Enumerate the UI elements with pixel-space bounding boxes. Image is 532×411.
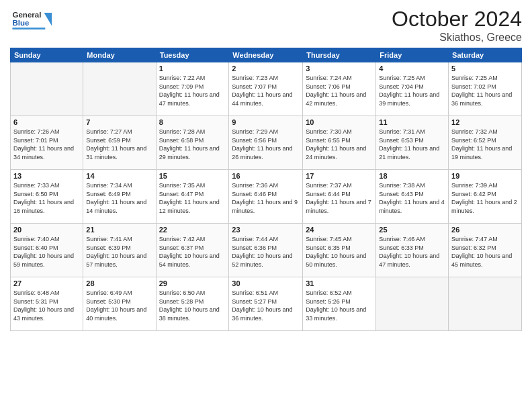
- header-thursday: Thursday: [303, 48, 376, 62]
- day-info: Sunrise: 7:34 AMSunset: 6:49 PMDaylight:…: [86, 181, 152, 215]
- svg-marker-2: [44, 13, 52, 26]
- day-number: 12: [451, 118, 519, 126]
- day-number: 17: [306, 172, 373, 180]
- day-number: 3: [306, 64, 373, 73]
- cell-w5-d4: 30Sunrise: 6:51 AMSunset: 5:27 PMDayligh…: [229, 277, 303, 331]
- week-row-4: 20Sunrise: 7:40 AMSunset: 6:40 PMDayligh…: [11, 224, 522, 277]
- logo-svg: General Blue: [10, 7, 57, 34]
- day-number: 6: [13, 118, 80, 126]
- day-info: Sunrise: 7:42 AMSunset: 6:37 PMDaylight:…: [159, 235, 226, 269]
- day-info: Sunrise: 7:29 AMSunset: 6:56 PMDaylight:…: [232, 128, 300, 161]
- cell-w5-d7: [449, 277, 522, 331]
- day-info: Sunrise: 7:37 AMSunset: 6:44 PMDaylight:…: [306, 181, 373, 215]
- day-info: Sunrise: 6:50 AMSunset: 5:28 PMDaylight:…: [159, 289, 226, 322]
- day-info: Sunrise: 6:52 AMSunset: 5:26 PMDaylight:…: [306, 289, 373, 322]
- title-block: October 2024 Skiathos, Greece: [392, 7, 522, 44]
- day-info: Sunrise: 7:27 AMSunset: 6:59 PMDaylight:…: [86, 128, 152, 161]
- week-row-2: 6Sunrise: 7:26 AMSunset: 7:01 PMDaylight…: [11, 116, 522, 170]
- page: General Blue October 2024 Skiathos, Gree…: [0, 0, 532, 411]
- cell-w3-d3: 15Sunrise: 7:35 AMSunset: 6:47 PMDayligh…: [156, 170, 229, 224]
- cell-w2-d7: 12Sunrise: 7:32 AMSunset: 6:52 PMDayligh…: [449, 116, 522, 170]
- day-info: Sunrise: 7:28 AMSunset: 6:58 PMDaylight:…: [159, 128, 226, 161]
- day-info: Sunrise: 7:41 AMSunset: 6:39 PMDaylight:…: [86, 235, 152, 269]
- day-number: 4: [379, 64, 445, 73]
- cell-w1-d2: [83, 62, 156, 116]
- header-friday: Friday: [376, 48, 449, 62]
- cell-w4-d6: 25Sunrise: 7:46 AMSunset: 6:33 PMDayligh…: [376, 224, 449, 277]
- day-info: Sunrise: 7:25 AMSunset: 7:04 PMDaylight:…: [379, 74, 445, 107]
- month-title: October 2024: [392, 7, 522, 32]
- day-number: 1: [159, 64, 226, 73]
- cell-w1-d6: 4Sunrise: 7:25 AMSunset: 7:04 PMDaylight…: [376, 62, 449, 116]
- day-info: Sunrise: 7:40 AMSunset: 6:40 PMDaylight:…: [13, 235, 80, 269]
- cell-w4-d4: 23Sunrise: 7:44 AMSunset: 6:36 PMDayligh…: [229, 224, 303, 277]
- cell-w4-d3: 22Sunrise: 7:42 AMSunset: 6:37 PMDayligh…: [156, 224, 229, 277]
- cell-w3-d4: 16Sunrise: 7:36 AMSunset: 6:46 PMDayligh…: [229, 170, 303, 224]
- cell-w3-d7: 19Sunrise: 7:39 AMSunset: 6:42 PMDayligh…: [449, 170, 522, 224]
- day-number: 11: [379, 118, 445, 126]
- day-info: Sunrise: 7:38 AMSunset: 6:43 PMDaylight:…: [379, 181, 445, 215]
- day-number: 24: [306, 226, 373, 234]
- svg-rect-3: [12, 28, 45, 30]
- cell-w2-d6: 11Sunrise: 7:31 AMSunset: 6:53 PMDayligh…: [376, 116, 449, 170]
- header: General Blue October 2024 Skiathos, Gree…: [10, 7, 522, 44]
- day-info: Sunrise: 7:35 AMSunset: 6:47 PMDaylight:…: [159, 181, 226, 215]
- day-number: 18: [379, 172, 445, 180]
- cell-w2-d1: 6Sunrise: 7:26 AMSunset: 7:01 PMDaylight…: [11, 116, 83, 170]
- day-number: 13: [13, 172, 80, 180]
- day-number: 8: [159, 118, 226, 126]
- week-row-1: 1Sunrise: 7:22 AMSunset: 7:09 PMDaylight…: [11, 62, 522, 116]
- calendar-table: Sunday Monday Tuesday Wednesday Thursday…: [10, 48, 522, 331]
- day-number: 21: [86, 226, 152, 234]
- day-info: Sunrise: 7:44 AMSunset: 6:36 PMDaylight:…: [232, 235, 300, 269]
- day-info: Sunrise: 7:30 AMSunset: 6:55 PMDaylight:…: [306, 128, 373, 161]
- day-number: 2: [232, 64, 300, 73]
- day-info: Sunrise: 7:25 AMSunset: 7:02 PMDaylight:…: [451, 74, 519, 107]
- day-number: 22: [159, 226, 226, 234]
- cell-w1-d5: 3Sunrise: 7:24 AMSunset: 7:06 PMDaylight…: [303, 62, 376, 116]
- cell-w4-d5: 24Sunrise: 7:45 AMSunset: 6:35 PMDayligh…: [303, 224, 376, 277]
- day-number: 20: [13, 226, 80, 234]
- cell-w3-d5: 17Sunrise: 7:37 AMSunset: 6:44 PMDayligh…: [303, 170, 376, 224]
- day-number: 15: [159, 172, 226, 180]
- day-number: 30: [232, 279, 300, 287]
- day-number: 28: [86, 279, 152, 287]
- day-info: Sunrise: 7:39 AMSunset: 6:42 PMDaylight:…: [451, 181, 519, 215]
- day-info: Sunrise: 7:36 AMSunset: 6:46 PMDaylight:…: [232, 181, 300, 215]
- cell-w3-d2: 14Sunrise: 7:34 AMSunset: 6:49 PMDayligh…: [83, 170, 156, 224]
- day-number: 7: [86, 118, 152, 126]
- day-info: Sunrise: 7:32 AMSunset: 6:52 PMDaylight:…: [451, 128, 519, 161]
- cell-w4-d1: 20Sunrise: 7:40 AMSunset: 6:40 PMDayligh…: [11, 224, 83, 277]
- header-sunday: Sunday: [11, 48, 83, 62]
- cell-w5-d2: 28Sunrise: 6:49 AMSunset: 5:30 PMDayligh…: [83, 277, 156, 331]
- location-subtitle: Skiathos, Greece: [392, 32, 522, 44]
- day-info: Sunrise: 7:45 AMSunset: 6:35 PMDaylight:…: [306, 235, 373, 269]
- svg-text:Blue: Blue: [12, 19, 30, 27]
- cell-w1-d3: 1Sunrise: 7:22 AMSunset: 7:09 PMDaylight…: [156, 62, 229, 116]
- week-row-3: 13Sunrise: 7:33 AMSunset: 6:50 PMDayligh…: [11, 170, 522, 224]
- day-info: Sunrise: 7:47 AMSunset: 6:32 PMDaylight:…: [451, 235, 519, 269]
- logo: General Blue: [10, 7, 57, 34]
- day-number: 27: [13, 279, 80, 287]
- header-wednesday: Wednesday: [229, 48, 303, 62]
- day-number: 10: [306, 118, 373, 126]
- day-info: Sunrise: 6:48 AMSunset: 5:31 PMDaylight:…: [13, 289, 80, 322]
- day-number: 14: [86, 172, 152, 180]
- day-number: 23: [232, 226, 300, 234]
- day-info: Sunrise: 7:26 AMSunset: 7:01 PMDaylight:…: [13, 128, 80, 161]
- day-info: Sunrise: 7:46 AMSunset: 6:33 PMDaylight:…: [379, 235, 445, 269]
- svg-text:General: General: [12, 11, 41, 19]
- day-info: Sunrise: 6:51 AMSunset: 5:27 PMDaylight:…: [232, 289, 300, 322]
- day-info: Sunrise: 7:33 AMSunset: 6:50 PMDaylight:…: [13, 181, 80, 215]
- cell-w2-d2: 7Sunrise: 7:27 AMSunset: 6:59 PMDaylight…: [83, 116, 156, 170]
- week-row-5: 27Sunrise: 6:48 AMSunset: 5:31 PMDayligh…: [11, 277, 522, 331]
- day-number: 25: [379, 226, 445, 234]
- cell-w5-d5: 31Sunrise: 6:52 AMSunset: 5:26 PMDayligh…: [303, 277, 376, 331]
- cell-w1-d4: 2Sunrise: 7:23 AMSunset: 7:07 PMDaylight…: [229, 62, 303, 116]
- cell-w4-d7: 26Sunrise: 7:47 AMSunset: 6:32 PMDayligh…: [449, 224, 522, 277]
- day-number: 31: [306, 279, 373, 287]
- day-info: Sunrise: 7:24 AMSunset: 7:06 PMDaylight:…: [306, 74, 373, 107]
- cell-w5-d3: 29Sunrise: 6:50 AMSunset: 5:28 PMDayligh…: [156, 277, 229, 331]
- cell-w2-d3: 8Sunrise: 7:28 AMSunset: 6:58 PMDaylight…: [156, 116, 229, 170]
- day-number: 5: [451, 64, 519, 73]
